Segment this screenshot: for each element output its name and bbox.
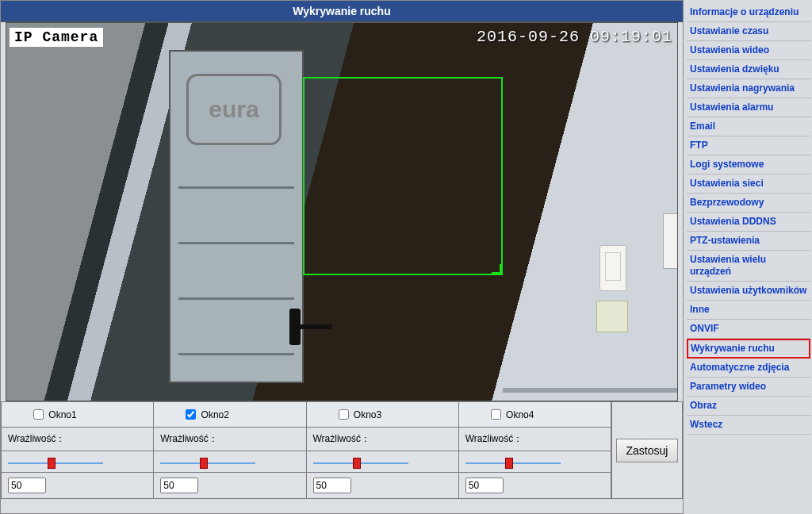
scene-intercom <box>663 213 678 269</box>
nav-item-network-settings[interactable]: Ustawienia sieci <box>687 175 810 194</box>
window-2-label: Okno2 <box>201 409 229 420</box>
scene-thermostat <box>599 245 626 291</box>
nav-item-time-settings[interactable]: Ustawianie czasu <box>687 22 810 41</box>
sensitivity-value-1[interactable] <box>8 478 46 493</box>
nav-item-onvif[interactable]: ONVIF <box>687 320 810 339</box>
nav-item-image[interactable]: Obraz <box>687 397 810 416</box>
window-2-checkbox[interactable] <box>186 409 196 420</box>
sensitivity-label-3: Wrażliwość： <box>306 428 458 451</box>
nav-item-dddns[interactable]: Ustawienia DDDNS <box>687 213 810 232</box>
window-4-checkbox[interactable] <box>491 409 501 420</box>
scene-baseboard <box>503 388 677 393</box>
window-3-toggle[interactable]: Okno3 <box>335 409 382 420</box>
main-panel: Wykrywanie ruchu IP Camera 2016-09-26 09… <box>0 0 684 514</box>
nav-item-other[interactable]: Inne <box>687 301 810 320</box>
nav-item-motion-detection[interactable]: Wykrywanie ruchu <box>687 339 810 359</box>
window-4-toggle[interactable]: Okno4 <box>488 409 534 420</box>
window-2-toggle[interactable]: Okno2 <box>182 409 229 420</box>
scene-light-switch <box>596 301 628 332</box>
sensitivity-slider-1[interactable] <box>8 459 103 467</box>
scene-logo: eura <box>186 74 282 145</box>
nav-item-alarm-settings[interactable]: Ustawienia alarmu <box>687 98 810 117</box>
video-preview[interactable]: IP Camera 2016-09-26 09:19:01 eura <box>6 22 678 401</box>
nav-item-auto-snapshot[interactable]: Automatyczne zdjęcia <box>687 359 810 378</box>
nav-item-email[interactable]: Email <box>687 117 810 136</box>
nav-item-system-logs[interactable]: Logi systemowe <box>687 155 810 175</box>
camera-label-overlay: IP Camera <box>10 28 103 47</box>
nav-sidebar: Informacje o urządzeniu Ustawianie czasu… <box>684 0 812 514</box>
nav-item-multi-device[interactable]: Ustawienia wielu urządzeń <box>687 251 810 282</box>
sensitivity-value-2[interactable] <box>160 478 198 493</box>
motion-detection-region[interactable] <box>303 77 503 275</box>
page-title: Wykrywanie ruchu <box>1 1 683 22</box>
nav-item-ptz-settings[interactable]: PTZ-ustawienia <box>687 232 810 251</box>
sensitivity-value-3[interactable] <box>313 478 351 493</box>
scene-door-panel: eura <box>169 50 304 383</box>
nav-item-back[interactable]: Wstecz <box>687 416 810 435</box>
sensitivity-slider-2[interactable] <box>160 459 255 467</box>
window-4-label: Okno4 <box>506 409 534 420</box>
sensitivity-slider-4[interactable] <box>465 459 561 467</box>
sensitivity-label-2: Wrażliwość： <box>154 428 306 451</box>
nav-item-device-info[interactable]: Informacje o urządzeniu <box>687 3 810 22</box>
nav-item-recording-settings[interactable]: Ustawienia nagrywania <box>687 79 810 98</box>
window-1-checkbox[interactable] <box>33 409 44 420</box>
timestamp-overlay: 2016-09-26 09:19:01 <box>477 28 672 46</box>
sensitivity-value-4[interactable] <box>465 478 504 493</box>
sensitivity-label-1: Wrażliwość： <box>2 428 154 451</box>
apply-button[interactable]: Zastosuj <box>616 439 679 462</box>
window-3-label: Okno3 <box>354 409 381 420</box>
nav-item-user-settings[interactable]: Ustawienia użytkowników <box>687 282 810 301</box>
nav-item-ftp[interactable]: FTP <box>687 136 810 155</box>
nav-item-video-params[interactable]: Parametry wideo <box>687 378 810 397</box>
window-3-checkbox[interactable] <box>339 409 349 420</box>
nav-item-video-settings[interactable]: Ustawienia wideo <box>687 41 810 60</box>
window-1-label: Okno1 <box>48 409 76 420</box>
nav-item-audio-settings[interactable]: Ustawienia dzwięku <box>687 60 810 79</box>
window-1-toggle[interactable]: Okno1 <box>30 409 77 420</box>
sensitivity-label-4: Wrażliwość： <box>458 428 611 451</box>
nav-item-wireless[interactable]: Bezprzewodowy <box>687 194 810 213</box>
scene-door-handle <box>289 313 331 342</box>
sensitivity-slider-3[interactable] <box>313 459 408 467</box>
motion-windows-table: Okno1 Okno2 Okno3 Okno4 Wrażliwość： Wraż… <box>1 401 611 499</box>
